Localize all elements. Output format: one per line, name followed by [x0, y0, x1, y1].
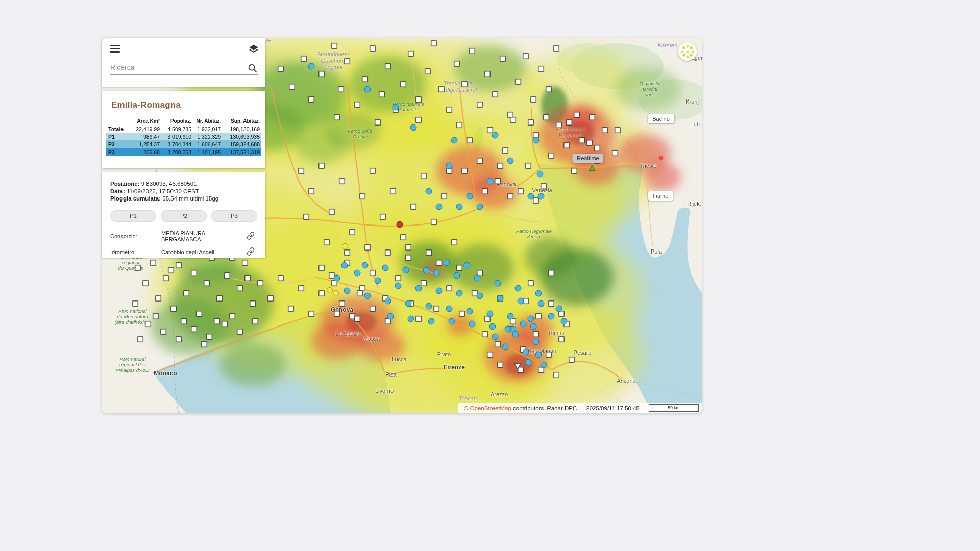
consorzio-row: Consorzio: MEDIA PIANURA BERGAMASCA — [110, 230, 257, 242]
layers-icon — [248, 43, 259, 55]
idrometro-label: Idrometro: — [110, 249, 161, 255]
region-table: Area Km²Popolaz.Nr. Abitaz.Sup. Abitaz. … — [106, 117, 261, 156]
hamburger-icon — [110, 45, 120, 46]
search-icon — [248, 63, 258, 73]
region-title: Emilia-Romagna — [111, 100, 265, 110]
region-table-header: Area Km²Popolaz.Nr. Abitaz.Sup. Abitaz. — [106, 117, 261, 125]
attribution-text: © OpenStreetMap contributors. Radar DPC — [464, 405, 577, 411]
layers-button[interactable] — [248, 43, 259, 55]
search-button[interactable] — [248, 63, 258, 73]
period-button-p3[interactable]: P3 — [211, 210, 257, 222]
search-field — [110, 62, 258, 75]
idrometro-link-icon[interactable] — [246, 247, 255, 257]
region-table-row: P3236.683,200,2531,401,195137,521,319 — [106, 148, 261, 156]
idrometro-value: Carobbio degli Angeli — [161, 249, 246, 255]
radar-dots-icon — [678, 42, 697, 61]
rain-line: Pioggia cumulata: 55.54 mm ultimi 15gg — [110, 195, 257, 202]
attribution-bar: © OpenStreetMap contributors. Radar DPC … — [458, 403, 702, 413]
radar-legend-button[interactable] — [678, 42, 697, 61]
map-chip-realtime[interactable]: Realtime — [572, 154, 603, 163]
menu-button[interactable] — [110, 45, 120, 53]
map-scale-bar: 50 km — [649, 404, 699, 412]
openstreetmap-link[interactable]: OpenStreetMap — [470, 405, 511, 411]
region-table-row: Totale22,419.994,509,7851,932,017198,130… — [106, 125, 261, 133]
region-panel: Emilia-Romagna Area Km²Popolaz.Nr. Abita… — [102, 91, 265, 168]
position-line: Posizione: 9.830093, 45.680501 — [110, 181, 257, 187]
period-buttons: P1P2P3 — [110, 210, 257, 222]
app-root: { "colors":{"p1_row":"#b3dbe8","p2_row":… — [0, 0, 980, 551]
idrometro-row: Idrometro: Carobbio degli Angeli — [110, 247, 257, 257]
station-info-panel: Posizione: 9.830093, 45.680501 Data: 11/… — [102, 172, 265, 258]
date-line: Data: 11/09/2025, 17:50:30 CEST — [110, 188, 257, 195]
period-button-p1[interactable]: P1 — [110, 210, 156, 222]
region-table-row: P21,254.373,704,3441,606,647159,324,688 — [106, 140, 261, 148]
search-input[interactable] — [110, 62, 248, 74]
consorzio-link-icon[interactable] — [246, 232, 255, 241]
region-table-body: Totale22,419.994,509,7851,932,017198,130… — [106, 125, 261, 156]
region-table-row: P1986.473,019,6101,321,329130,693,935 — [106, 133, 261, 140]
map-chip-bacino[interactable]: Bacino — [648, 114, 674, 123]
consorzio-label: Consorzio: — [110, 233, 161, 239]
consorzio-value: MEDIA PIANURA BERGAMASCA — [161, 230, 246, 242]
search-panel — [102, 38, 265, 87]
map-chip-fiume[interactable]: Fiume — [648, 191, 673, 201]
period-button-p2[interactable]: P2 — [161, 210, 207, 222]
radar-timestamp: 2025/09/11 17:50:45 — [586, 405, 640, 411]
